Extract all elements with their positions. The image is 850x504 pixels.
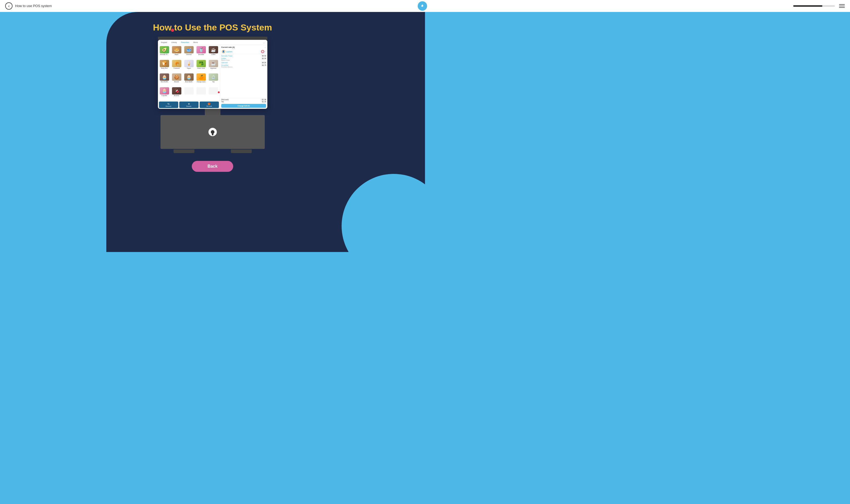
discounts-icon: % xyxy=(168,103,170,105)
pos-body: 🥑 Avocado To... 🥯 Bagel 🥣 Oatmeal xyxy=(158,45,267,109)
food-image-avocado: 🥑 xyxy=(160,46,169,53)
sale-item-name: Oatmeal xyxy=(221,62,228,64)
menu-item-brownie[interactable]: 🍫 Brownie xyxy=(171,87,183,100)
food-label-sticky-bun: Sticky Bun xyxy=(161,68,168,69)
sale-item-price: $5.50 xyxy=(262,55,266,57)
menu-item-espresso[interactable]: ☕ Espresso xyxy=(207,59,220,73)
food-label-oatmeal: Oatmeal xyxy=(186,54,192,55)
sale-item-price: $2.50 xyxy=(262,57,266,59)
food-label-tea: Tea xyxy=(212,81,214,83)
discounts-button[interactable]: % Discounts xyxy=(159,102,178,108)
rewards-label: Rewards xyxy=(186,105,192,107)
main-content: How to Use the POS System Keypad Library… xyxy=(0,0,425,252)
charge-button[interactable]: Charge $15.52 xyxy=(221,104,266,108)
tab-library[interactable]: Library xyxy=(170,41,178,44)
sale-item-avocado-toast: Avocado Toast $5.50 xyxy=(221,55,266,57)
food-image-biscotti: 🍪 xyxy=(172,73,181,81)
menu-item-avocado-toast[interactable]: 🥑 Avocado To... xyxy=(158,46,170,59)
menu-item-bran-muffin[interactable]: 🧁 Bran Muffin xyxy=(183,73,195,86)
food-image-espresso: ☕ xyxy=(209,60,218,67)
food-image-herb-muffin: 🧁 xyxy=(160,73,169,81)
customer-name: Lauren xyxy=(226,51,260,53)
menu-item-cupcake[interactable]: 🧁 Cupcake xyxy=(158,87,170,100)
monitor-foot-right xyxy=(231,149,252,153)
discounts-label: Discounts xyxy=(166,105,171,107)
customer-avatar: 👤 xyxy=(222,50,225,53)
sale-item-coffee: Coffee Medium Roast $2.50 xyxy=(221,57,266,61)
back-button[interactable]: Back xyxy=(192,161,233,172)
back-button-container: Back xyxy=(0,161,425,172)
menu-item-smoothie[interactable]: 🥤 Smoothie xyxy=(195,46,207,59)
menu-item-croissant[interactable]: 🥐 Croissant xyxy=(171,59,183,73)
tax-row-label: Tax xyxy=(221,101,224,103)
tab-menu[interactable]: Menu xyxy=(192,41,199,44)
gift-cards-icon: 🎁 xyxy=(208,103,210,105)
menu-item-sticky-bun[interactable]: 🍞 Sticky Bun xyxy=(158,59,170,73)
sale-item-oatmeal: Oatmeal $4.00 xyxy=(221,62,266,64)
customer-row[interactable]: 👤 Lauren ✓ › xyxy=(221,49,266,54)
sale-header: Current sale (4) ... xyxy=(221,46,266,49)
menu-item-coffee[interactable]: ☕ Coffee xyxy=(207,46,220,59)
pos-nav-tabs: Keypad Library Favorites Menu ... xyxy=(158,40,267,45)
food-image-bagel: 🥯 xyxy=(172,46,181,53)
monitor-display: Keypad Library Favorites Menu ... 🥑 xyxy=(0,37,425,153)
food-image-coffee: ☕ xyxy=(209,46,218,53)
food-image-empty xyxy=(196,87,206,94)
food-image-green-juice: 🥦 xyxy=(196,60,206,67)
food-image-empty xyxy=(209,87,218,94)
food-label-avocado: Avocado To... xyxy=(160,54,169,55)
menu-item-empty-3 xyxy=(207,87,220,100)
menu-item-herb-muffin[interactable]: 🧁 Herb Muffin xyxy=(158,73,170,86)
pos-action-buttons: % Discounts ★ Rewards 🎁 Gift cards xyxy=(158,101,220,109)
check-icon: ✓ xyxy=(261,50,264,53)
pos-left-panel: 🥑 Avocado To... 🥯 Bagel 🥣 Oatmeal xyxy=(158,45,220,109)
menu-item-yogurt[interactable]: 🍦 Yogurt xyxy=(183,59,195,73)
food-label-smoothie: Smoothie xyxy=(198,54,204,55)
pos-screen-wrapper: Keypad Library Favorites Menu ... 🥑 xyxy=(158,40,267,109)
food-label-cupcake: Cupcake xyxy=(161,95,167,96)
nav-dots: ... xyxy=(263,41,265,44)
menu-item-empty-2 xyxy=(195,87,207,100)
menu-item-bagel[interactable]: 🥯 Bagel xyxy=(171,46,183,59)
monitor-feet xyxy=(174,149,252,153)
food-image-empty xyxy=(184,87,194,94)
sale-divider xyxy=(221,98,266,98)
discounts-row-value: - $1.58 xyxy=(261,99,266,101)
top-navigation: ‹ How to use POS system xyxy=(0,0,425,12)
nav-back-button[interactable]: ‹ xyxy=(5,2,13,10)
chevron-right-icon: › xyxy=(265,51,266,53)
red-dot-indicator xyxy=(171,29,174,32)
keyhole-inner xyxy=(211,130,214,134)
menu-item-orange-juice[interactable]: 🍊 Orange Juice xyxy=(195,73,207,86)
food-image-yogurt: 🍦 xyxy=(184,60,194,67)
menu-item-biscotti[interactable]: 🍪 Biscotti xyxy=(171,73,183,86)
menu-item-oatmeal[interactable]: 🥣 Oatmeal xyxy=(183,46,195,59)
sale-dots: ... xyxy=(264,46,266,49)
sale-item-sub: Medium Roast xyxy=(221,59,229,61)
sale-item-name: Smoothie xyxy=(221,64,232,66)
sale-items-list: Avocado Toast $5.50 Coffee Medium Roast … xyxy=(221,55,266,97)
nav-logo xyxy=(418,1,425,11)
sale-item-smoothie: Smoothie Strawberry-Banana $3.75 xyxy=(221,64,266,68)
pos-screen: Keypad Library Favorites Menu ... 🥑 xyxy=(158,40,267,109)
sale-tax-row: Tax $1.35 xyxy=(221,101,266,103)
rewards-icon: ★ xyxy=(188,103,190,105)
menu-item-green-juice[interactable]: 🥦 Green Juice xyxy=(195,59,207,73)
nav-left: ‹ How to use POS system xyxy=(5,2,52,10)
tab-keypad[interactable]: Keypad xyxy=(160,41,168,44)
menu-item-tea[interactable]: 🍵 Tea xyxy=(207,73,220,86)
food-label-orange-juice: Orange Juice xyxy=(197,81,205,83)
food-image-oatmeal: 🥣 xyxy=(184,46,194,53)
food-label-yogurt: Yogurt xyxy=(187,68,191,69)
food-image-bran-muffin: 🧁 xyxy=(184,73,194,81)
food-label-bran-muffin: Bran Muffin xyxy=(185,81,193,83)
sale-item-name: Avocado Toast xyxy=(221,55,232,57)
monitor-bezel xyxy=(158,37,267,40)
sale-discounts-row: Discounts - $1.58 xyxy=(221,99,266,101)
food-image-orange-juice: 🍊 xyxy=(196,73,206,81)
tab-favorites[interactable]: Favorites xyxy=(180,41,190,44)
food-label-biscotti: Biscotti xyxy=(174,81,179,83)
rewards-button[interactable]: ★ Rewards xyxy=(179,102,198,108)
food-image-sticky-bun: 🍞 xyxy=(160,60,169,67)
gift-cards-button[interactable]: 🎁 Gift cards xyxy=(200,102,219,108)
